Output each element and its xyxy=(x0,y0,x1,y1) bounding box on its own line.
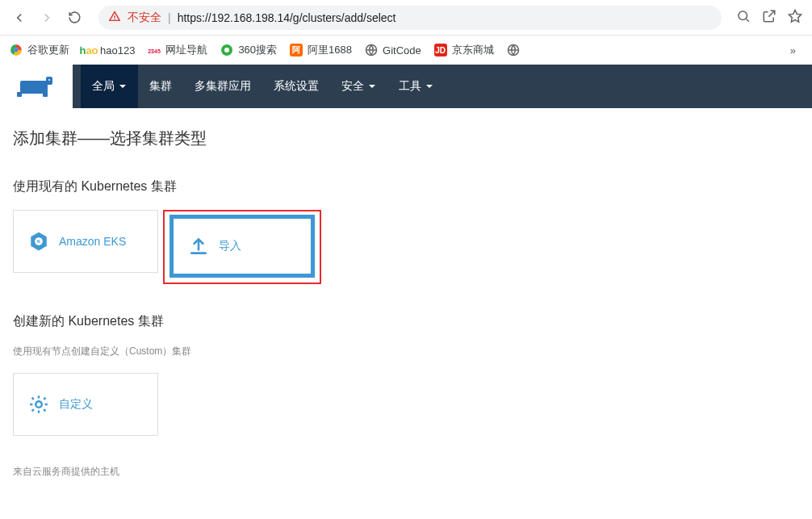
bookmark-item[interactable]: 阿 阿里1688 xyxy=(290,43,352,57)
bookmark-favicon-icon: 阿 xyxy=(290,44,303,57)
nav-clusters[interactable]: 集群 xyxy=(138,65,183,108)
nav-label: 工具 xyxy=(399,79,421,94)
bookmark-item[interactable]: 360搜索 xyxy=(220,43,277,57)
nav-label: 多集群应用 xyxy=(195,79,251,94)
upload-icon xyxy=(188,236,209,257)
nav-security[interactable]: 安全 xyxy=(330,65,387,108)
section-existing-title: 使用现有的 Kubernetes 集群 xyxy=(13,178,799,195)
bookmark-favicon-icon xyxy=(507,44,520,57)
url-text: https://192.168.198.14/g/clusters/add/se… xyxy=(178,11,396,24)
chevron-down-icon xyxy=(425,82,433,90)
browser-toolbar: 不安全 | https://192.168.198.14/g/clusters/… xyxy=(0,0,812,36)
url-bar[interactable]: 不安全 | https://192.168.198.14/g/clusters/… xyxy=(98,6,722,30)
bookmark-favicon-icon xyxy=(365,44,378,57)
bookmark-label: 阿里1688 xyxy=(308,43,352,57)
insecure-icon xyxy=(108,10,121,25)
highlight-annotation: 导入 xyxy=(163,210,321,284)
svg-point-13 xyxy=(48,79,50,81)
nav-label: 系统设置 xyxy=(274,79,319,94)
card-amazon-eks[interactable]: K Amazon EKS xyxy=(13,210,158,273)
card-label: Amazon EKS xyxy=(59,235,126,248)
section-create-title: 创建新的 Kubernetes 集群 xyxy=(13,313,799,330)
card-label: 自定义 xyxy=(59,397,93,412)
card-import[interactable]: 导入 xyxy=(170,215,315,278)
nav-label: 安全 xyxy=(341,79,364,94)
bookmark-label: 谷歌更新 xyxy=(27,43,69,57)
bookmark-label: 网址导航 xyxy=(165,43,207,57)
footer-note: 来自云服务商提供的主机 xyxy=(13,465,799,479)
card-label: 导入 xyxy=(219,239,241,253)
page-title: 添加集群——选择集群类型 xyxy=(13,128,799,149)
reload-button[interactable] xyxy=(65,8,84,27)
nav-tools[interactable]: 工具 xyxy=(387,65,445,108)
insecure-label: 不安全 xyxy=(128,10,161,25)
svg-point-2 xyxy=(14,48,18,52)
share-icon[interactable] xyxy=(762,9,776,27)
create-cluster-cards: 自定义 xyxy=(13,373,799,436)
svg-point-0 xyxy=(739,11,747,20)
star-icon[interactable] xyxy=(788,9,802,27)
svg-point-6 xyxy=(224,48,229,52)
rancher-logo[interactable] xyxy=(0,65,73,108)
bookmark-item[interactable] xyxy=(507,44,520,57)
gear-icon xyxy=(28,394,49,415)
bookmark-favicon-icon xyxy=(10,44,23,57)
nav-global[interactable]: 全局 xyxy=(81,65,138,108)
bookmark-favicon-icon xyxy=(220,44,233,57)
bookmark-item[interactable]: 谷歌更新 xyxy=(10,43,69,57)
svg-rect-9 xyxy=(20,81,48,94)
bookmark-label: GitCode xyxy=(383,44,421,57)
chevron-down-icon xyxy=(368,82,376,90)
bookmark-label: hao123 xyxy=(100,44,135,57)
main-nav: 全局 集群 多集群应用 系统设置 安全 工具 xyxy=(73,65,812,108)
nav-multicluster-apps[interactable]: 多集群应用 xyxy=(183,65,262,108)
url-separator: | xyxy=(168,11,171,24)
existing-cluster-cards: K Amazon EKS 导入 xyxy=(13,210,799,284)
nav-label: 全局 xyxy=(92,79,115,94)
svg-rect-10 xyxy=(17,92,22,97)
svg-text:2345: 2345 xyxy=(149,48,161,54)
section-create-subtitle: 使用现有节点创建自定义（Custom）集群 xyxy=(13,345,799,358)
zoom-icon[interactable] xyxy=(736,9,751,27)
page-content: 添加集群——选择集群类型 使用现有的 Kubernetes 集群 K Amazo… xyxy=(0,108,812,498)
bookmark-favicon-icon: hao xyxy=(82,44,95,57)
app-header: 全局 集群 多集群应用 系统设置 安全 工具 xyxy=(0,65,812,108)
bookmark-item[interactable]: 2345 网址导航 xyxy=(148,43,207,57)
bookmark-item[interactable]: hao hao123 xyxy=(82,44,135,57)
bookmark-label: 京东商城 xyxy=(452,43,494,57)
svg-point-16 xyxy=(36,401,42,408)
nav-settings[interactable]: 系统设置 xyxy=(262,65,330,108)
bookmark-label: 360搜索 xyxy=(238,43,277,57)
svg-rect-11 xyxy=(43,92,48,97)
bookmarks-more-icon[interactable]: » xyxy=(790,44,802,57)
bookmarks-bar: 谷歌更新 hao hao123 2345 网址导航 360搜索 阿 阿里1688… xyxy=(0,36,812,65)
chevron-down-icon xyxy=(119,82,127,90)
bookmark-favicon-icon: 2345 xyxy=(148,44,161,57)
bookmark-item[interactable]: JD 京东商城 xyxy=(434,43,494,57)
forward-button[interactable] xyxy=(37,8,57,27)
nav-label: 集群 xyxy=(149,79,172,94)
bookmark-item[interactable]: GitCode xyxy=(365,44,421,57)
eks-icon: K xyxy=(28,231,49,252)
bookmark-favicon-icon: JD xyxy=(434,44,447,57)
card-custom[interactable]: 自定义 xyxy=(13,373,158,436)
back-button[interactable] xyxy=(10,8,29,27)
